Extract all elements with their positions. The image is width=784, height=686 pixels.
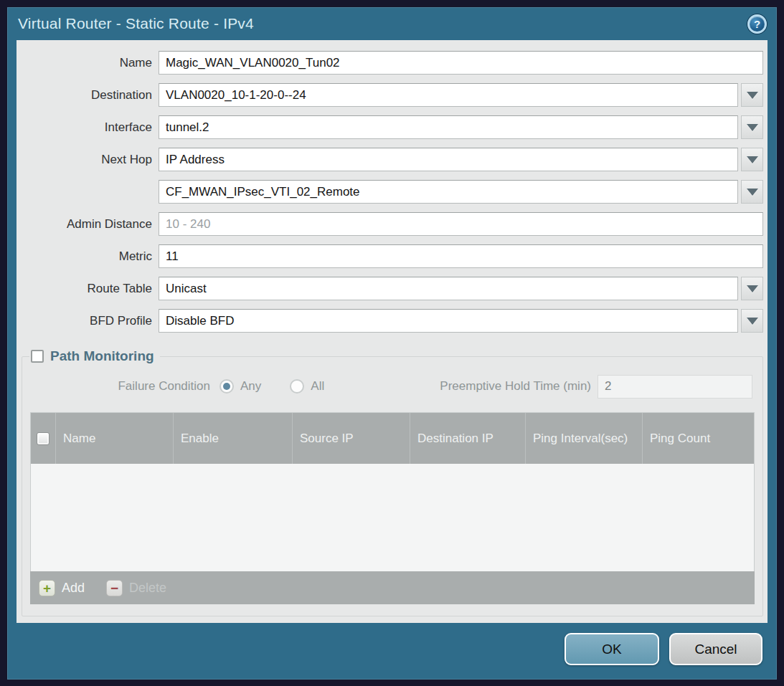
name-input[interactable] [159, 51, 763, 75]
column-header-ping-count: Ping Count [643, 413, 754, 464]
interface-label: Interface [16, 120, 159, 135]
table-header-checkbox-cell [31, 413, 56, 464]
dialog-title: Virtual Router - Static Route - IPv4 [18, 15, 747, 32]
form-row-name: Name [16, 51, 763, 75]
path-monitoring-title: Path Monitoring [50, 348, 154, 364]
metric-input[interactable] [159, 244, 763, 268]
column-header-destination-ip: Destination IP [410, 413, 526, 464]
destination-input[interactable] [159, 83, 738, 107]
route-table-input[interactable] [159, 277, 738, 300]
title-bar: Virtual Router - Static Route - IPv4 ? [7, 7, 777, 40]
form-row-route-table: Route Table [16, 277, 763, 300]
delete-button-label: Delete [129, 581, 166, 596]
form-row-bfd-profile: BFD Profile [16, 309, 763, 333]
chevron-down-icon [747, 92, 758, 99]
next-hop-address-input[interactable] [159, 180, 738, 204]
next-hop-type-input[interactable] [159, 148, 738, 171]
chevron-down-icon [747, 124, 758, 131]
table-header-row: Name Enable Source IP Destination IP Pin… [31, 413, 754, 464]
admin-distance-label: Admin Distance [16, 217, 159, 232]
column-header-source-ip: Source IP [293, 413, 410, 464]
route-table-dropdown-button[interactable] [741, 277, 763, 300]
column-header-enable: Enable [174, 413, 293, 464]
help-icon[interactable]: ? [747, 14, 767, 34]
add-button[interactable]: + Add [39, 580, 85, 596]
path-monitoring-checkbox[interactable] [31, 350, 44, 363]
destination-label: Destination [16, 88, 159, 103]
failure-condition-label: Failure Condition [29, 379, 219, 394]
interface-dropdown-button[interactable] [741, 115, 763, 139]
destination-dropdown-button[interactable] [741, 83, 763, 107]
name-label: Name [16, 56, 159, 70]
next-hop-type-dropdown-button[interactable] [741, 148, 763, 171]
next-hop-label: Next Hop [16, 153, 159, 167]
radio-all[interactable] [290, 379, 304, 394]
metric-label: Metric [16, 249, 159, 264]
screen: Virtual Router - Static Route - IPv4 ? N… [0, 0, 784, 686]
dialog-body: Name Destination Interface Next Hop [16, 40, 768, 623]
add-button-label: Add [62, 581, 85, 596]
delete-button[interactable]: − Delete [106, 580, 166, 596]
failure-condition-option-all: All [290, 379, 324, 394]
route-table-label: Route Table [16, 282, 159, 296]
interface-input[interactable] [159, 115, 738, 139]
chevron-down-icon [747, 285, 758, 292]
add-plus-icon: + [39, 580, 55, 596]
preemptive-hold-time-input[interactable] [598, 375, 752, 399]
chevron-down-icon [747, 318, 758, 325]
admin-distance-input[interactable] [159, 212, 763, 236]
path-monitoring-section: Path Monitoring Failure Condition Any Al… [22, 348, 763, 616]
form-row-next-hop: Next Hop [16, 148, 763, 171]
path-monitoring-table: Name Enable Source IP Destination IP Pin… [30, 412, 755, 571]
radio-any-label: Any [240, 379, 261, 394]
form-row-interface: Interface [16, 115, 763, 139]
chevron-down-icon [747, 156, 758, 163]
select-all-checkbox[interactable] [37, 432, 49, 445]
bfd-profile-label: BFD Profile [16, 314, 159, 328]
column-header-name: Name [56, 413, 174, 464]
cancel-button[interactable]: Cancel [669, 633, 762, 665]
delete-minus-icon: − [106, 580, 123, 596]
ok-button[interactable]: OK [565, 633, 659, 665]
form-row-metric: Metric [16, 244, 763, 268]
table-body-empty [31, 464, 754, 571]
column-header-ping-interval: Ping Interval(sec) [526, 413, 643, 464]
failure-condition-option-any: Any [219, 379, 261, 394]
form-row-next-hop-address [16, 180, 763, 204]
path-monitoring-legend: Path Monitoring [29, 348, 160, 364]
bfd-profile-dropdown-button[interactable] [741, 309, 763, 333]
radio-any[interactable] [219, 379, 234, 394]
bfd-profile-input[interactable] [159, 309, 738, 333]
table-action-bar: + Add − Delete [30, 571, 755, 604]
radio-all-label: All [311, 379, 324, 394]
failure-condition-row: Failure Condition Any All Preemptive Hol… [29, 374, 755, 399]
dialog-virtual-router-static-route: Virtual Router - Static Route - IPv4 ? N… [7, 7, 777, 680]
form-row-destination: Destination [16, 83, 763, 107]
form-row-admin-distance: Admin Distance [16, 212, 763, 236]
next-hop-address-dropdown-button[interactable] [741, 180, 763, 204]
dialog-footer: OK Cancel [7, 623, 777, 680]
chevron-down-icon [747, 189, 758, 196]
preemptive-hold-time-label: Preemptive Hold Time (min) [440, 379, 598, 394]
